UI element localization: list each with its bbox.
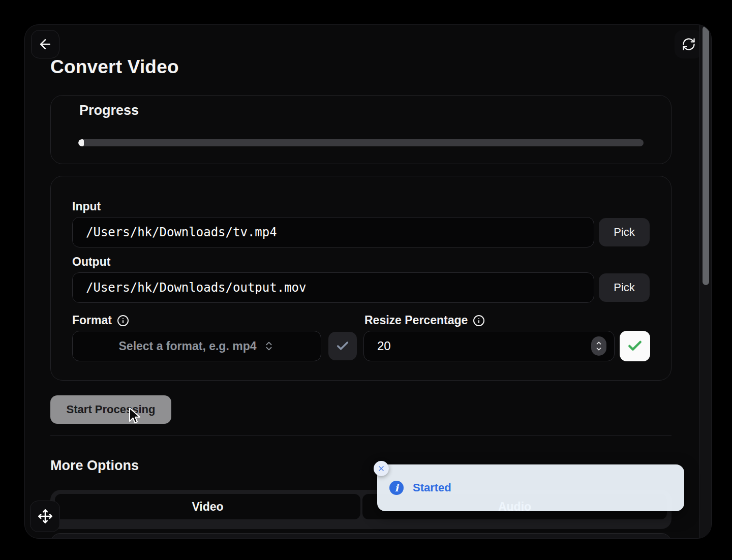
resize-percentage-input[interactable] — [363, 331, 615, 361]
format-select[interactable]: Select a format, e.g. mp4 — [72, 331, 321, 361]
progress-card: Progress — [50, 95, 672, 164]
start-processing-button[interactable]: Start Processing — [50, 395, 171, 424]
info-icon — [473, 315, 485, 327]
arrow-left-icon — [38, 37, 53, 52]
input-path-field[interactable] — [72, 217, 594, 247]
conversion-settings-card: Input Pick Output Pick Format Select a f… — [50, 176, 672, 381]
output-label: Output — [72, 255, 110, 269]
output-path-field[interactable] — [72, 272, 594, 303]
format-confirm-button[interactable] — [328, 332, 357, 360]
page-title: Convert Video — [50, 56, 179, 78]
refresh-icon — [682, 37, 696, 51]
format-select-placeholder: Select a format, e.g. mp4 — [119, 339, 257, 353]
quantity-stepper[interactable] — [591, 336, 606, 356]
toast-close-button[interactable] — [374, 461, 389, 476]
info-icon — [117, 315, 129, 327]
check-icon — [336, 339, 350, 353]
toast-message: Started — [413, 481, 451, 494]
progress-indicator — [78, 139, 84, 146]
more-options-heading: More Options — [50, 458, 139, 474]
resize-percentage-label: Resize Percentage — [364, 314, 468, 327]
option-video[interactable]: Video — [55, 494, 360, 519]
input-pick-button[interactable]: Pick — [599, 218, 650, 246]
close-icon — [377, 464, 385, 473]
drag-handle[interactable] — [30, 501, 60, 532]
section-divider — [50, 435, 672, 435]
format-label: Format — [72, 314, 112, 327]
resize-label-row: Resize Percentage — [364, 314, 485, 327]
move-icon — [38, 509, 53, 524]
progress-heading: Progress — [79, 103, 139, 118]
resize-confirm-button[interactable] — [620, 331, 650, 361]
format-label-row: Format — [72, 314, 129, 327]
scrollbar-thumb[interactable] — [703, 26, 709, 285]
info-filled-icon: i — [389, 481, 404, 495]
resize-percentage-wrap — [363, 331, 615, 361]
chevrons-up-down-icon — [263, 340, 274, 352]
next-section-card — [50, 533, 672, 539]
check-icon — [627, 338, 643, 354]
app-window: Convert Video Progress Input Pick Output… — [24, 24, 712, 539]
progress-bar — [78, 139, 644, 146]
output-pick-button[interactable]: Pick — [599, 273, 650, 302]
toast-notification: i Started — [377, 464, 684, 511]
back-button[interactable] — [31, 30, 59, 58]
input-label: Input — [72, 200, 101, 213]
